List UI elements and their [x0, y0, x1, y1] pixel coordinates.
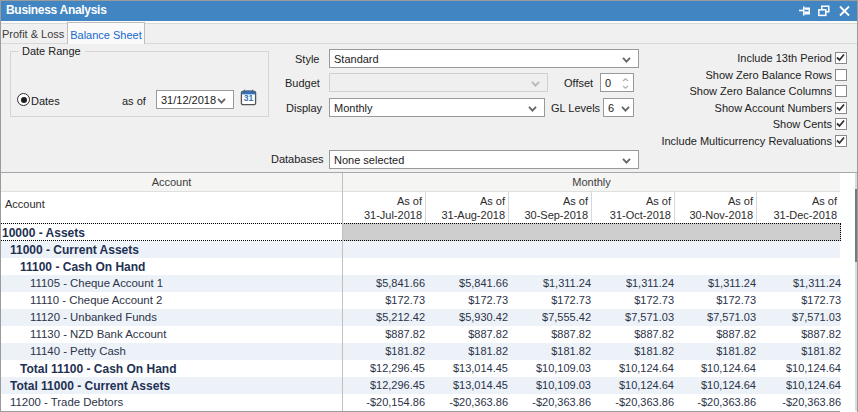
svg-text:31: 31	[244, 93, 254, 103]
